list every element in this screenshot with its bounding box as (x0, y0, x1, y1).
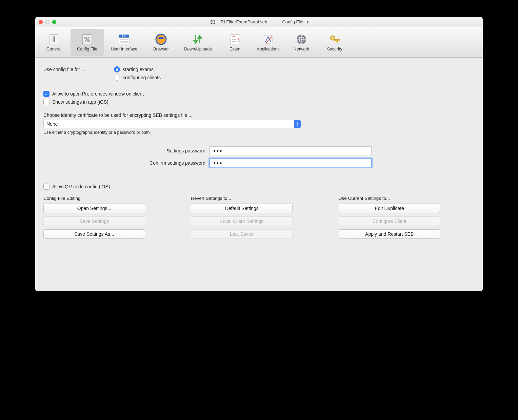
radio-configuring-clients[interactable] (114, 75, 120, 81)
title-section: Config File (282, 19, 303, 24)
tab-exam[interactable]: A+✗✓ Exam (218, 29, 252, 56)
configure-client-button: Configure Client (339, 216, 440, 226)
confirm-password-input[interactable]: ●●● (210, 159, 372, 167)
svg-rect-32 (334, 39, 339, 41)
config-file-icon (81, 33, 93, 45)
browser-icon (155, 33, 167, 45)
svg-rect-11 (119, 38, 129, 44)
tab-network[interactable]: Network (285, 29, 318, 56)
applications-icon (262, 33, 274, 45)
local-client-settings-button: Local Client Settings (191, 216, 293, 226)
revert-settings-label: Revert Settings to... (191, 196, 327, 201)
identity-cert-select[interactable]: None ▲▼ (43, 120, 301, 128)
edit-duplicate-button[interactable]: Edit Duplicate (339, 204, 440, 213)
radio-starting-exams-label: starting exams (123, 67, 154, 72)
use-config-file-for-label: Use config file for ... (43, 67, 114, 72)
identity-cert-hint: Use either a cryptographic identity or a… (43, 130, 475, 135)
tab-down-uploads[interactable]: Down/Uploads (178, 29, 218, 56)
radio-starting-exams[interactable] (114, 66, 120, 72)
general-icon (48, 33, 60, 45)
settings-password-value: ●●● (213, 148, 223, 153)
svg-point-8 (87, 39, 90, 42)
settings-password-input[interactable]: ●●● (210, 146, 372, 155)
confirm-password-label: Confirm settings password (43, 160, 210, 166)
document-icon (210, 19, 216, 25)
svg-point-31 (332, 37, 334, 39)
allow-qr-label: Allow QR code config (iOS) (52, 184, 110, 189)
svg-rect-5 (54, 36, 55, 42)
network-icon (295, 33, 307, 45)
svg-point-7 (84, 37, 87, 39)
allow-preferences-label: Allow to open Preferences window on clie… (52, 91, 144, 97)
revert-settings-column: Revert Settings to... Default Settings L… (191, 196, 327, 242)
settings-password-label: Settings password (43, 148, 210, 153)
tab-applications[interactable]: Applications (252, 29, 285, 56)
tab-security[interactable]: Security (318, 29, 351, 56)
updown-icon: ▲▼ (294, 120, 301, 128)
window-title: URLFilterExamPortal.seb — Config File ▼ (60, 19, 459, 25)
tab-general-label: General (46, 47, 61, 51)
tab-browser[interactable]: Browser (144, 29, 178, 56)
preferences-window: URLFilterExamPortal.seb — Config File ▼ … (35, 17, 483, 291)
tab-network-label: Network (294, 47, 309, 51)
identity-cert-label: Choose identity certificate to be used f… (43, 112, 475, 118)
tab-down-uploads-label: Down/Uploads (184, 47, 212, 51)
tab-applications-label: Applications (257, 47, 279, 51)
traffic-lights (39, 20, 56, 24)
svg-text:File: File (122, 35, 126, 37)
save-settings-button: Save Settings (43, 216, 145, 226)
last-saved-button: Last Saved (191, 229, 293, 239)
tab-config-file-label: Config File (77, 47, 97, 51)
identity-cert-value: None (46, 121, 58, 127)
tab-general[interactable]: General (37, 29, 71, 56)
tab-user-interface[interactable]: File User Interface (104, 29, 144, 56)
toolbar: General Config File File User Interface … (35, 27, 483, 58)
apply-restart-button[interactable]: Apply and Restart SEB (339, 229, 440, 239)
zoom-window-button[interactable] (52, 20, 56, 24)
svg-text:✓: ✓ (238, 40, 240, 43)
config-file-editing-label: Config File Editing: (43, 196, 179, 201)
default-settings-button[interactable]: Default Settings (191, 204, 293, 213)
svg-rect-3 (50, 35, 58, 44)
checkbox-allow-qr[interactable] (43, 184, 49, 190)
tab-user-interface-label: User Interface (111, 47, 138, 51)
svg-rect-2 (213, 20, 213, 22)
down-uploads-icon (192, 33, 204, 45)
tab-exam-label: Exam (230, 47, 240, 51)
radio-configuring-clients-label: configuring clients (123, 75, 161, 80)
tab-security-label: Security (327, 47, 342, 51)
confirm-password-value: ●●● (213, 161, 223, 165)
svg-rect-13 (120, 41, 128, 43)
tab-config-file[interactable]: Config File (71, 29, 104, 56)
svg-rect-34 (336, 41, 337, 42)
checkbox-show-settings-ios[interactable] (43, 99, 49, 105)
minimize-window-button[interactable] (45, 20, 49, 24)
svg-rect-33 (337, 41, 338, 43)
save-settings-as-button[interactable]: Save Settings As... (43, 229, 145, 239)
svg-rect-4 (53, 36, 54, 42)
show-settings-ios-label: Show settings in app (iOS) (52, 99, 108, 105)
title-filename: URLFilterExamPortal.seb (218, 19, 267, 24)
title-separator: — (273, 19, 277, 24)
user-interface-icon: File (118, 33, 130, 45)
config-file-editing-column: Config File Editing: Open Settings... Sa… (43, 196, 179, 242)
svg-rect-12 (120, 39, 128, 40)
use-current-settings-label: Use Current Settings to... (339, 196, 475, 201)
exam-icon: A+✗✓ (229, 33, 241, 45)
checkbox-allow-preferences[interactable] (43, 91, 49, 97)
titlebar: URLFilterExamPortal.seb — Config File ▼ (35, 17, 483, 27)
close-window-button[interactable] (39, 20, 43, 24)
security-icon (328, 33, 341, 45)
chevron-down-icon[interactable]: ▼ (306, 20, 310, 24)
tab-browser-label: Browser (153, 47, 169, 51)
content-pane: Use config file for ... starting exams c… (35, 58, 483, 291)
open-settings-button[interactable]: Open Settings... (43, 204, 145, 213)
svg-text:A+: A+ (232, 35, 235, 38)
use-current-settings-column: Use Current Settings to... Edit Duplicat… (339, 196, 475, 242)
